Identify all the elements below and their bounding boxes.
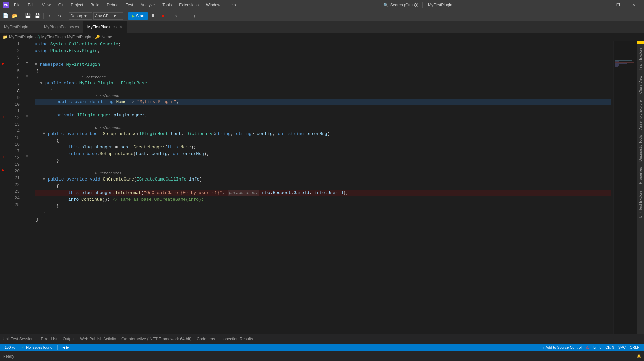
config-label: Debug <box>70 14 82 18</box>
status-zoom[interactable]: 150 % <box>3 344 17 351</box>
status-navigation[interactable]: ◀ ▶ <box>60 344 71 351</box>
right-panel-assembly[interactable]: Assembly Explorer <box>637 96 644 132</box>
output-tab-error-list[interactable]: Error List <box>41 334 58 344</box>
code-line-20: this.pluginLogger.InfoFormat("OnCreateGa… <box>35 190 611 196</box>
line-num-22: 22 <box>12 182 22 188</box>
breadcrumb-member[interactable]: Name <box>101 35 112 39</box>
breakpoint-20-filled[interactable]: ● <box>1 168 4 173</box>
step-into-button[interactable]: ↓ <box>181 12 189 20</box>
collapse-oncreate[interactable]: ▼ <box>26 155 28 158</box>
tab-mypluginfactory[interactable]: MyPluginFactory.cs <box>40 21 83 33</box>
menu-view[interactable]: View <box>39 1 53 9</box>
code-line-5: { <box>35 68 611 75</box>
status-right: ↑ Add to Source Control ⚠ Ln: 8 Ch: 9 SP… <box>540 344 641 351</box>
add-source-control-label: Add to Source Control <box>546 345 582 349</box>
menu-file[interactable]: File <box>11 1 23 9</box>
collapse-setup[interactable]: ▼ <box>26 115 28 118</box>
right-panel-team-explorer[interactable]: Team Explorer <box>637 44 644 73</box>
menu-test[interactable]: Test <box>123 1 136 9</box>
menu-debug[interactable]: Debug <box>104 1 121 9</box>
line-numbers: 1 2 3 4 5 6 7 8 9 10 11 12 13 14 15 16 1… <box>12 41 25 334</box>
redo-button[interactable]: ↪ <box>56 12 64 20</box>
code-line-10: private IPluginLogger pluginLogger; <box>35 112 611 119</box>
start-button[interactable]: ▶ Start <box>128 12 148 20</box>
breadcrumb-project[interactable]: MyFirstPlugin <box>9 35 33 39</box>
menu-edit[interactable]: Edit <box>25 1 37 9</box>
code-line-24: } <box>35 216 611 223</box>
platform-dropdown[interactable]: Any CPU ▼ <box>93 12 123 20</box>
tab-mypluginfactory-label: MyPluginFactory.cs <box>44 25 79 29</box>
menu-git[interactable]: Git <box>56 1 66 9</box>
minimize-button[interactable]: ─ <box>595 0 611 10</box>
output-tab-codelens[interactable]: CodeLens <box>197 334 215 344</box>
menu-analyze[interactable]: Analyze <box>138 1 158 9</box>
close-button[interactable]: ✕ <box>626 0 641 10</box>
line-num-17: 17 <box>12 148 22 155</box>
right-panel-class-view[interactable]: Class View <box>637 73 644 96</box>
status-line-ending[interactable]: CRLF <box>628 344 641 351</box>
taskbar-notification[interactable]: 🔔 <box>637 354 641 358</box>
start-label: Start <box>136 14 144 18</box>
open-button[interactable]: 📂 <box>11 12 19 20</box>
new-project-button[interactable]: 📄 <box>1 12 9 20</box>
tab-close-button[interactable]: ✕ <box>119 24 123 30</box>
collapse-ns[interactable]: ▼ <box>26 61 28 65</box>
platform-label: Any CPU <box>95 14 111 18</box>
status-ln-label: Ln: 8 <box>593 345 601 349</box>
menu-build[interactable]: Build <box>88 1 102 9</box>
code-editor[interactable]: using System.Collections.Generic; using … <box>32 41 613 334</box>
status-ch[interactable]: Ch: 9 <box>603 344 616 351</box>
breakpoint-12-outline[interactable]: ○ <box>1 115 4 119</box>
line-num-12: 12 <box>12 115 22 121</box>
code-line-21: info.Continue(); // same as base.OnCreat… <box>35 196 611 203</box>
step-over-button[interactable]: ↷ <box>172 12 180 20</box>
status-add-source-control[interactable]: ↑ Add to Source Control <box>540 344 584 351</box>
status-ln[interactable]: Ln: 8 <box>591 344 603 351</box>
line-num-5: 5 <box>12 68 22 75</box>
collapse-class[interactable]: ▼ <box>26 75 28 78</box>
menu-extensions[interactable]: Extensions <box>176 1 201 9</box>
restore-button[interactable]: ❐ <box>611 0 626 10</box>
menu-tools[interactable]: Tools <box>159 1 174 9</box>
menu-help[interactable]: Help <box>225 1 239 9</box>
status-no-issues[interactable]: ✓ No issues found <box>20 344 55 351</box>
breadcrumb-namespace[interactable]: MyFirstPlugin.MyFirstPlugin <box>41 35 91 39</box>
code-line-25 <box>35 223 611 230</box>
output-tab-inspection[interactable]: Inspection Results <box>220 334 253 344</box>
taskbar: Ready 🔔 <box>0 351 644 361</box>
line-num-18: 18 <box>12 155 22 161</box>
status-zoom-value: 150 % <box>5 345 15 349</box>
line-num-20: 20 <box>12 168 22 175</box>
right-panel-properties[interactable]: Properties <box>637 164 644 187</box>
toolbar-sep-3 <box>66 13 66 19</box>
right-panel-diagnostic[interactable]: Diagnostic Tools <box>637 132 644 164</box>
warning-indicator <box>637 41 644 44</box>
undo-button[interactable]: ↩ <box>46 12 54 20</box>
line-num-14: 14 <box>12 128 22 135</box>
menu-project[interactable]: Project <box>68 1 86 9</box>
breadcrumb-sep-2: › <box>92 35 94 39</box>
save-all-button[interactable]: 💾 <box>33 12 41 20</box>
breakpoint-18-outline[interactable]: ○ <box>1 155 4 159</box>
step-out-button[interactable]: ↑ <box>190 12 198 20</box>
output-tab-csharp[interactable]: C# Interactive (.NET Framework 64-bit) <box>121 334 191 344</box>
output-tab-web-publish[interactable]: Web Publish Activity <box>80 334 116 344</box>
search-icon: 🔍 <box>383 3 388 7</box>
status-errors[interactable]: ⚠ <box>584 344 591 351</box>
right-panel-unit-test[interactable]: Unit Test Explorer <box>637 187 644 221</box>
output-tab-unit-test[interactable]: Unit Test Sessions <box>3 334 36 344</box>
stop-button[interactable]: ■ <box>158 12 167 20</box>
pause-button[interactable]: ⏸ <box>149 12 157 20</box>
menu-window[interactable]: Window <box>203 1 223 9</box>
save-button[interactable]: 💾 <box>24 12 32 20</box>
status-encoding[interactable]: SPC <box>616 344 628 351</box>
output-tab-output[interactable]: Output <box>63 334 75 344</box>
play-icon: ▶ <box>132 14 135 18</box>
tab-myfirstplugin[interactable]: MyFirstPlugin <box>0 21 40 33</box>
search-box[interactable]: 🔍 Search (Ctrl+Q) <box>379 2 423 8</box>
title-bar-controls: ─ ❐ ✕ <box>595 0 641 10</box>
tab-myfirstplugincs[interactable]: MyFirstPlugin.cs ✕ <box>83 21 127 33</box>
config-dropdown[interactable]: Debug ▼ <box>69 12 92 20</box>
bell-icon: 🔔 <box>637 354 641 358</box>
breakpoint-8-circle[interactable]: ● <box>1 61 4 66</box>
